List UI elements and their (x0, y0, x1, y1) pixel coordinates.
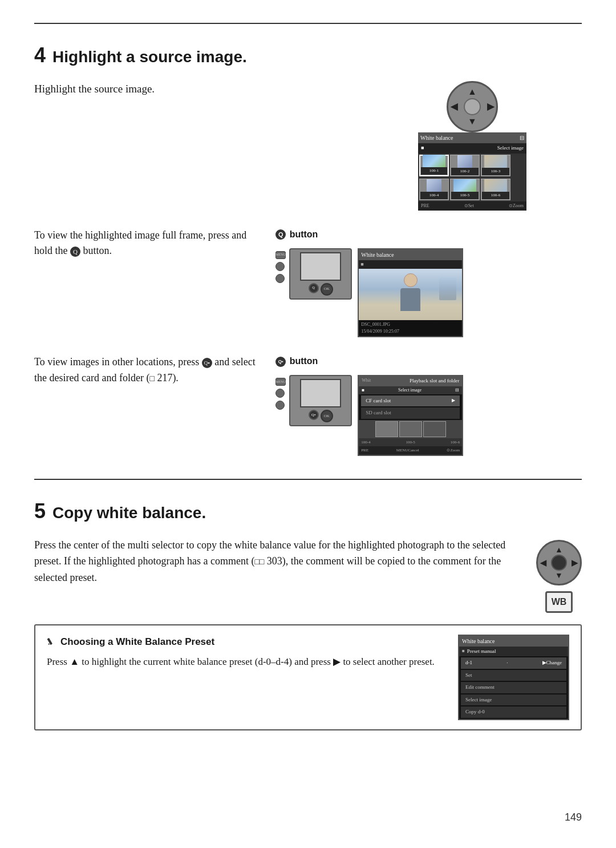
wb-s3-tl2: 100-5 (406, 439, 415, 446)
section5-main-block: Press the center of the multi selector t… (34, 537, 582, 613)
q-grid-button-text: button (290, 356, 318, 366)
section5-text-block: Press the center of the multi selector t… (34, 537, 519, 586)
thumb-label-1: 100-1 (421, 167, 447, 175)
wb-s3-title: Whit Playback slot and folder (359, 376, 462, 386)
wb-select-image-screen: White balance ⊟ ■ Select image 100-1 100… (418, 132, 526, 211)
section5-right-visuals: ▲ ▼ ◀ ▶ WB (536, 537, 582, 613)
q-button-text: button (290, 229, 318, 239)
pm-set-text: Set (465, 672, 472, 678)
section4-number: 4 (34, 40, 46, 71)
section4-mid-visuals: Q button MENU Q OK (275, 228, 577, 338)
wb-playback-slot-screen: Whit Playback slot and folder ■ Select i… (358, 375, 463, 456)
ms-arrow-right: ▶ (487, 100, 494, 114)
wb-thumb-row-2: 100-4 100-5 100-6 (418, 177, 526, 201)
ms-arrow-down: ▼ (468, 115, 477, 128)
cam-body-main-qgrid: Q▪ OK (289, 375, 352, 426)
section5-title: Copy white balance. (52, 501, 206, 525)
cam-side-btn-2 (275, 274, 285, 283)
wb-s1-title: White balance (420, 134, 453, 142)
mid-right-content: MENU Q OK White balance (275, 248, 577, 338)
section4-bot-block: To view images in other locations, press… (34, 354, 582, 456)
pm-row-set: Set (461, 670, 566, 681)
wb-s1-set: ⊙Set (464, 203, 474, 209)
pm-row-edit: Edit comment (461, 682, 566, 693)
thumb-label-6: 100-6 (482, 192, 509, 199)
wb-s2-icon-row: ■ (359, 260, 462, 269)
pm-row-select: Select image (461, 694, 566, 706)
person-head (404, 273, 418, 287)
cam-side-btn-menu2: MENU (275, 378, 286, 386)
page-number: 149 (565, 810, 582, 825)
section4-bot-text: To view images in other locations, press… (34, 354, 264, 456)
pencil-icon (47, 636, 57, 647)
wb-fullimage-screen: White balance ■ DSC_0001.J (358, 248, 463, 338)
wb-s3-sd-item: SD card slot (361, 407, 460, 419)
wb-s2-cam-icon: ■ (360, 261, 363, 269)
multi-selector-wheel: ▲ ▼ ◀ ▶ (447, 81, 498, 132)
thumb-label-5: 100-5 (451, 192, 479, 199)
ms2-arrow-up: ▲ (555, 544, 563, 556)
ms-arrow-left: ◀ (451, 100, 457, 114)
wb-thumb-6: 100-6 (481, 179, 510, 200)
page: 4 Highlight a source image. Highlight th… (0, 0, 616, 848)
wb-s2-title: White balance (359, 249, 462, 260)
section4-qgrid-paragraph: To view images in other locations, press… (34, 354, 264, 386)
wb-s3-pre: PRE (361, 447, 368, 454)
wb-s2-file: DSC_0001.JPG (361, 321, 460, 328)
wb-s1-icon: ⊟ (520, 134, 524, 142)
ref-symbol-303: □□ (254, 557, 264, 566)
bot-right-content: MENU Q▪ OK Whit (275, 375, 577, 456)
wb-s2-datetime: 15/04/2009 10:25:07 (361, 328, 460, 335)
wb-s2-filename: DSC_0001.JPG 15/04/2009 10:25:07 (359, 320, 462, 336)
section5-header: 5 Copy white balance. (34, 496, 582, 527)
pm-row-d1: d-1 · ▶Change (461, 657, 566, 669)
cam-side-btn-menu: MENU (275, 251, 286, 259)
cam-side-buttons-q: MENU (275, 251, 286, 283)
section4-intro-text: Highlight the source image. (34, 81, 335, 103)
thumb-label-4: 100-4 (420, 192, 448, 199)
cam-side-btn-3 (275, 389, 285, 398)
wb-s1-pre: PRE (421, 203, 429, 209)
q-button-label: Q button (275, 228, 577, 241)
info-box: Choosing a White Balance Preset Press ▲ … (34, 624, 582, 730)
wb-s1-footer: PRE ⊙Set ⊙Zoom (418, 201, 526, 211)
wb-s3-zoom: ⊙Zoom (447, 447, 460, 454)
wb-s3-thumb-labels: 100-4 100-5 100-6 (359, 438, 462, 447)
ref-symbol: □ (149, 374, 154, 383)
section4-intro-paragraph: Highlight the source image. (34, 81, 335, 98)
info-box-title-text: Choosing a White Balance Preset (60, 635, 214, 649)
wb-s3-sub-right: ⊟ (455, 387, 459, 394)
section5-paragraph: Press the center of the multi selector t… (34, 537, 519, 586)
wb-s1-subtitle: Select image (497, 144, 524, 152)
wb-s3-cf-arrow: ▶ (452, 397, 455, 404)
thumb-label-3: 100-3 (482, 168, 509, 175)
wb-thumb-row-1: 100-1 100-2 100-3 (418, 154, 526, 177)
cam-body-main-q: Q OK (289, 248, 352, 300)
cam-body-buttons-q: Q OK (293, 283, 348, 296)
pm-row-d1-label: d-1 (465, 659, 472, 667)
cam-side-btn-4 (275, 401, 285, 410)
pm-subheader: ■ Preset manual (459, 647, 568, 657)
wb-s3-sd-text: SD card slot (366, 410, 391, 415)
section4-header: 4 Highlight a source image. (34, 40, 582, 71)
info-box-right: White balance ■ Preset manual d-1 · ▶Cha… (458, 635, 569, 720)
cam-btn-ok-qgrid: OK (321, 410, 333, 422)
wb-thumb-2: 100-2 (450, 155, 480, 176)
q-grid-button-label: Q▪ button (275, 354, 577, 368)
person-illustration (398, 273, 423, 316)
wb-s1-subtitle-bar: ■ Select image (418, 143, 526, 154)
info-text-up-arrow: Press ▲ to highlight the current white b… (47, 656, 435, 667)
ms-arrow-up: ▲ (468, 85, 477, 99)
pm-cam-icon: ■ (462, 648, 465, 655)
ms-center-button (464, 98, 481, 115)
cam-side-btn-1 (275, 262, 285, 271)
pm-subheader-text: Preset manual (467, 648, 496, 656)
wb-s3-thumb1 (375, 421, 398, 437)
section4-q-paragraph: To view the highlighted image full frame… (34, 228, 264, 260)
wb-s3-tl3: 100-6 (451, 439, 460, 446)
ms2-arrow-left: ◀ (540, 556, 546, 568)
preset-manual-screen: White balance ■ Preset manual d-1 · ▶Cha… (458, 635, 569, 720)
q-grid-btn-icon: Q▪ (275, 357, 286, 367)
svg-marker-1 (48, 643, 50, 645)
section-rule (34, 479, 582, 480)
